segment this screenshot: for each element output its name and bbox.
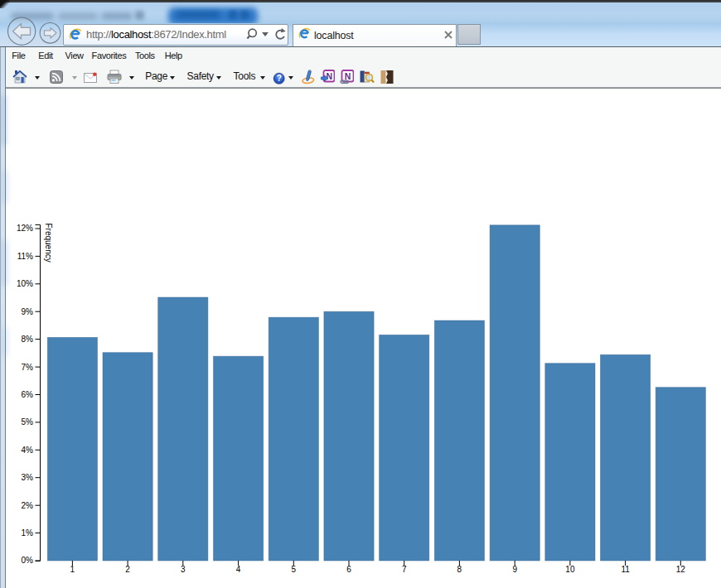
svg-text:9: 9: [512, 565, 517, 574]
svg-text:?: ?: [277, 74, 282, 83]
svg-text:5%: 5%: [22, 417, 34, 427]
svg-text:3: 3: [181, 565, 186, 574]
svg-text:12%: 12%: [17, 224, 33, 233]
svg-text:1: 1: [70, 565, 75, 574]
svg-text:8%: 8%: [22, 335, 34, 344]
svg-text:10: 10: [565, 565, 575, 574]
svg-text:2%: 2%: [22, 501, 34, 510]
svg-text:0%: 0%: [22, 556, 34, 565]
svg-text:5: 5: [292, 565, 297, 574]
svg-text:6: 6: [346, 565, 351, 574]
svg-text:8: 8: [457, 565, 462, 574]
svg-text:6%: 6%: [22, 390, 34, 399]
svg-text:11: 11: [621, 565, 630, 574]
svg-text:12: 12: [676, 565, 686, 574]
svg-text:3%: 3%: [22, 473, 34, 482]
svg-text:10%: 10%: [17, 279, 33, 288]
svg-text:N: N: [345, 71, 351, 81]
svg-text:7: 7: [402, 565, 407, 574]
svg-text:4: 4: [236, 565, 241, 574]
svg-text:4%: 4%: [22, 446, 34, 455]
svg-text:7%: 7%: [22, 363, 34, 372]
svg-text:9%: 9%: [22, 307, 34, 316]
svg-text:Frequency: Frequency: [44, 224, 53, 263]
svg-text:2: 2: [125, 565, 130, 574]
svg-text:11%: 11%: [17, 252, 33, 261]
svg-text:1%: 1%: [22, 528, 34, 537]
